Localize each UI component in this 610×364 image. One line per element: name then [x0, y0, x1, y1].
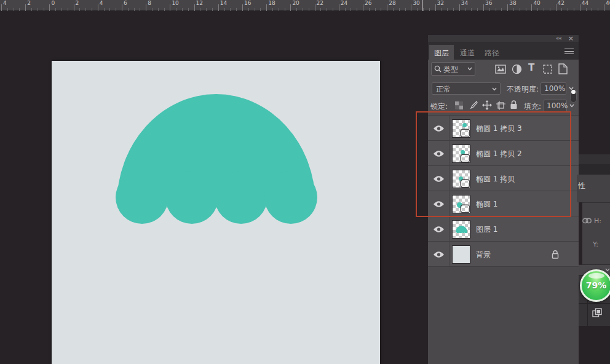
lock-position-move-icon[interactable]	[482, 100, 492, 110]
layer-thumbnail[interactable]	[452, 220, 470, 239]
layer-list-empty-area[interactable]	[428, 267, 579, 364]
layer-visibility-cell[interactable]	[428, 141, 450, 166]
layer-visibility-cell[interactable]	[428, 242, 450, 267]
link-icon	[582, 218, 592, 224]
eye-icon[interactable]	[433, 200, 445, 210]
layer-row[interactable]: 图层 1	[428, 216, 579, 242]
layer-name[interactable]: 图层 1	[476, 224, 497, 235]
ruler-unit-label: 8	[148, 1, 151, 6]
ruler-minor-tick	[453, 8, 454, 11]
filter-smart-object-icon[interactable]	[558, 63, 568, 74]
layer-row[interactable]: 椭圆 1 拷贝	[428, 166, 579, 191]
ruler-major-tick	[146, 4, 146, 11]
ruler-major-tick	[218, 4, 219, 11]
ruler-unit-label: 32	[437, 1, 444, 6]
layer-visibility-cell[interactable]	[428, 116, 450, 141]
ruler-minor-tick	[92, 8, 92, 11]
ruler-minor-tick	[345, 8, 346, 11]
layer-name[interactable]: 椭圆 1 拷贝 3	[476, 124, 522, 134]
ruler-minor-tick	[399, 8, 400, 11]
panel-menu-icon[interactable]	[564, 49, 574, 56]
opacity-label: 不透明度:	[507, 84, 539, 95]
filter-pixel-layers-icon[interactable]	[495, 65, 506, 74]
filter-text-layers-icon[interactable]: T	[528, 62, 534, 73]
collapse-panel-icon[interactable]: ««	[556, 35, 561, 41]
eye-icon[interactable]	[433, 150, 445, 159]
ruler-minor-tick	[393, 8, 394, 11]
layer-name[interactable]: 椭圆 1 拷贝 2	[476, 149, 522, 159]
ruler-major-tick	[74, 4, 74, 11]
ruler-unit-label: 40	[533, 1, 540, 6]
filter-type-dropdown[interactable]: 类型	[431, 62, 475, 76]
lock-all-icon[interactable]	[510, 100, 518, 109]
shape-layer-badge-icon	[461, 180, 469, 187]
filter-shape-layers-icon[interactable]	[542, 64, 553, 74]
layer-row[interactable]: 椭圆 1 拷贝 2	[428, 141, 579, 166]
layer-visibility-cell[interactable]	[428, 191, 450, 216]
layer-row[interactable]: 椭圆 1 拷贝 3	[428, 116, 579, 141]
ruler-minor-tick	[79, 8, 80, 11]
layer-visibility-cell[interactable]	[428, 216, 450, 242]
eye-icon[interactable]	[433, 251, 445, 260]
tab-channels[interactable]: 通道	[455, 45, 480, 60]
ruler-minor-tick	[279, 8, 279, 11]
document-canvas[interactable]	[52, 61, 380, 364]
layer-name[interactable]: 椭圆 1	[476, 199, 497, 210]
shape-layer-badge-icon	[461, 155, 469, 162]
ruler-minor-tick	[369, 8, 370, 11]
ruler-major-tick	[556, 4, 557, 11]
layer-name[interactable]: 背景	[476, 250, 491, 260]
ruler-cursor-marker	[422, 0, 422, 11]
panel-header: «« ×	[428, 35, 579, 43]
layer-thumbnail[interactable]	[452, 144, 470, 163]
fill-value-field[interactable]: 100%	[544, 100, 567, 112]
lock-pixels-brush-icon[interactable]	[469, 101, 478, 110]
ruler-major-tick	[25, 4, 26, 11]
ruler-unit-label: 42	[558, 1, 564, 6]
ruler-minor-tick	[152, 8, 152, 11]
ruler-minor-tick	[477, 8, 478, 11]
layer-visibility-cell[interactable]	[428, 166, 450, 191]
ruler-minor-tick	[544, 8, 544, 11]
blend-mode-value: 正常	[436, 84, 451, 95]
tab-paths[interactable]: 路径	[480, 45, 504, 60]
fill-chevron-icon[interactable]	[569, 104, 574, 109]
ruler-minor-tick	[441, 8, 442, 11]
ruler-minor-tick	[200, 8, 200, 11]
eye-icon[interactable]	[433, 125, 445, 134]
tab-layers[interactable]: 图层	[429, 45, 454, 60]
layer-thumbnail[interactable]	[452, 195, 470, 213]
chevron-down-icon	[467, 67, 472, 72]
layer-thumbnail[interactable]	[452, 245, 470, 264]
blend-mode-dropdown[interactable]: 正常	[432, 82, 501, 95]
ruler-unit-label: 22	[317, 1, 323, 6]
ruler-unit-label: 20	[292, 1, 299, 6]
ruler-unit-label: 2	[27, 1, 31, 6]
ruler-minor-tick	[19, 8, 20, 11]
ruler-minor-tick	[303, 8, 303, 11]
lock-row: 锁定: 填充: 100%	[428, 97, 579, 116]
search-icon	[434, 65, 442, 73]
lock-artboard-icon[interactable]	[496, 101, 505, 110]
ruler-minor-tick	[537, 8, 538, 11]
ruler-major-tick	[483, 4, 484, 11]
layer-name[interactable]: 椭圆 1 拷贝	[476, 174, 515, 184]
overlapping-squares-icon[interactable]	[592, 308, 602, 318]
lock-transparency-icon[interactable]	[455, 101, 463, 109]
filter-adjustment-layers-icon[interactable]	[512, 64, 522, 74]
ruler-minor-tick	[357, 8, 357, 11]
layer-row[interactable]: 背景	[428, 242, 579, 267]
layer-thumbnail[interactable]	[452, 119, 470, 138]
eye-icon[interactable]	[433, 226, 445, 235]
ruler-major-tick	[242, 4, 243, 11]
layer-row[interactable]: 椭圆 1	[428, 191, 579, 216]
ruler-minor-tick	[586, 8, 587, 11]
opacity-value-field[interactable]: 100%	[541, 82, 566, 95]
opacity-chevron-icon[interactable]	[569, 87, 574, 92]
ruler-major-tick	[604, 4, 604, 11]
horizontal-ruler[interactable]: 4202468101214161820222426283032343638404…	[0, 0, 610, 11]
layer-thumbnail[interactable]	[452, 170, 470, 188]
close-panel-icon[interactable]: ×	[568, 34, 574, 42]
eye-icon[interactable]	[433, 175, 445, 184]
side-panel-edge-band	[579, 154, 610, 164]
